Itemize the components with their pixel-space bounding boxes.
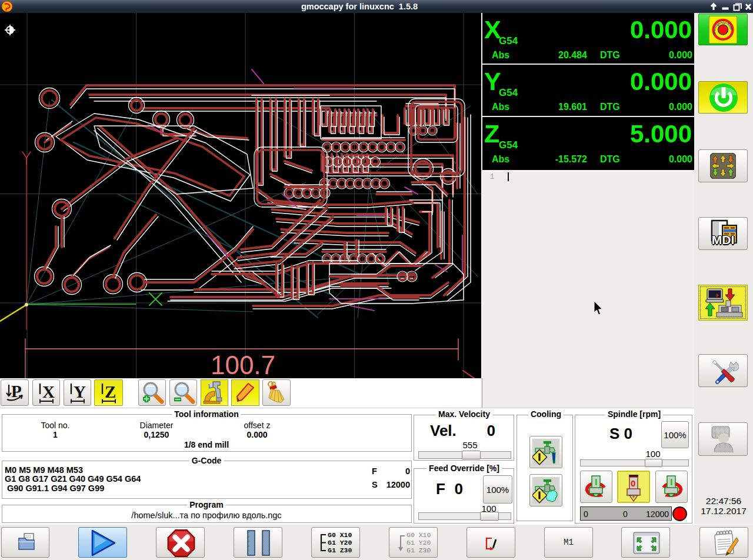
svg-text:Y: Y	[74, 382, 86, 401]
svg-text:X: X	[42, 382, 55, 401]
svg-text:0: 0	[631, 478, 635, 488]
svg-text:Z: Z	[105, 382, 116, 401]
svg-text:100.7: 100.7	[211, 351, 275, 378]
